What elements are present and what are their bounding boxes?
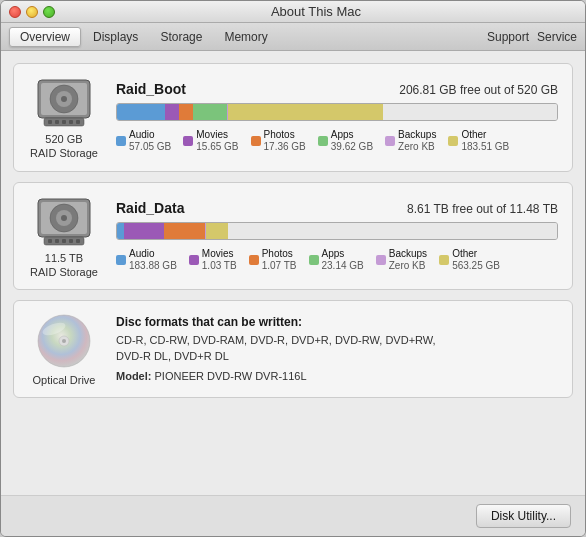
bar-apps-1 <box>193 104 226 120</box>
legend-backups-1: Backups Zero KB <box>385 129 436 153</box>
legend-apps-2: Apps 23.14 GB <box>309 248 364 272</box>
bar-photos-2 <box>164 223 205 239</box>
raid-boot-bar <box>116 103 558 121</box>
optical-drive-info: Disc formats that can be written: CD-R, … <box>116 311 558 382</box>
raid-boot-label: 520 GB RAID Storage <box>30 132 98 161</box>
bar-audio-1 <box>117 104 165 120</box>
legend-other-1: Other 183.51 GB <box>448 129 509 153</box>
close-button[interactable] <box>9 6 21 18</box>
legend-dot-apps-1 <box>318 136 328 146</box>
legend-dot-audio-2 <box>116 255 126 265</box>
disk-utility-button[interactable]: Disk Utility... <box>476 504 571 528</box>
raid-data-info: Raid_Data 8.61 TB free out of 11.48 TB <box>116 200 558 272</box>
tab-overview[interactable]: Overview <box>9 27 81 47</box>
raid-data-row: 11.5 TB RAID Storage Raid_Data 8.61 TB f… <box>13 182 573 291</box>
legend-movies-2: Movies 1.03 TB <box>189 248 237 272</box>
optical-drive-label: Optical Drive <box>33 373 96 387</box>
legend-movies-1: Movies 15.65 GB <box>183 129 238 153</box>
legend-dot-backups-1 <box>385 136 395 146</box>
svg-point-4 <box>61 96 67 102</box>
main-window: About This Mac Overview Displays Storage… <box>0 0 586 537</box>
legend-backups-2: Backups Zero KB <box>376 248 427 272</box>
bar-other-1 <box>228 104 383 120</box>
raid-boot-info: Raid_Boot 206.81 GB free out of 520 GB <box>116 81 558 153</box>
legend-dot-photos-2 <box>249 255 259 265</box>
legend-dot-movies-2 <box>189 255 199 265</box>
svg-rect-21 <box>76 239 80 243</box>
hard-drive-icon-1 <box>34 74 94 130</box>
optical-drive-row: Optical Drive Disc formats that can be w… <box>13 300 573 398</box>
optical-disc-formats-title: Disc formats that can be written: <box>116 315 558 329</box>
raid-data-bar <box>116 222 558 240</box>
raid-boot-name: Raid_Boot <box>116 81 186 97</box>
title-bar: About This Mac <box>1 1 585 23</box>
service-link[interactable]: Service <box>537 30 577 44</box>
legend-dot-apps-2 <box>309 255 319 265</box>
raid-data-icon-area: 11.5 TB RAID Storage <box>28 193 100 280</box>
raid-data-header: Raid_Data 8.61 TB free out of 11.48 TB <box>116 200 558 216</box>
svg-rect-9 <box>69 120 73 124</box>
raid-data-name: Raid_Data <box>116 200 184 216</box>
bar-movies-2 <box>124 223 164 239</box>
svg-point-15 <box>61 215 67 221</box>
minimize-button[interactable] <box>26 6 38 18</box>
optical-model-value: PIONEER DVD-RW DVR-116L <box>155 370 307 382</box>
bar-photos-1 <box>179 104 194 120</box>
raid-boot-icon-area: 520 GB RAID Storage <box>28 74 100 161</box>
optical-model-info: Model: PIONEER DVD-RW DVR-116L <box>116 370 558 382</box>
optical-drive-icon <box>34 311 94 371</box>
raid-boot-free: 206.81 GB free out of 520 GB <box>399 83 558 97</box>
nav-right-links: Support Service <box>487 30 577 44</box>
svg-rect-7 <box>55 120 59 124</box>
legend-dot-backups-2 <box>376 255 386 265</box>
legend-dot-movies-1 <box>183 136 193 146</box>
svg-rect-20 <box>69 239 73 243</box>
legend-other-2: Other 563.25 GB <box>439 248 500 272</box>
legend-photos-1: Photos 17.36 GB <box>251 129 306 153</box>
svg-point-24 <box>62 339 66 343</box>
legend-dot-other-1 <box>448 136 458 146</box>
raid-data-legend: Audio 183.88 GB Movies 1.03 TB <box>116 248 558 272</box>
svg-rect-6 <box>48 120 52 124</box>
window-title: About This Mac <box>55 4 577 19</box>
nav-bar: Overview Displays Storage Memory Support… <box>1 23 585 51</box>
optical-model-label: Model: <box>116 370 151 382</box>
legend-dot-audio-1 <box>116 136 126 146</box>
maximize-button[interactable] <box>43 6 55 18</box>
bottom-bar: Disk Utility... <box>1 495 585 536</box>
bar-movies-1 <box>165 104 178 120</box>
support-link[interactable]: Support <box>487 30 529 44</box>
legend-audio-1: Audio 57.05 GB <box>116 129 171 153</box>
svg-rect-18 <box>55 239 59 243</box>
tab-memory[interactable]: Memory <box>214 27 277 47</box>
traffic-lights <box>9 6 55 18</box>
tab-displays[interactable]: Displays <box>83 27 148 47</box>
optical-disc-formats-text: CD-R, CD-RW, DVD-RAM, DVD-R, DVD+R, DVD-… <box>116 333 558 364</box>
main-content: 520 GB RAID Storage Raid_Boot 206.81 GB … <box>1 51 585 495</box>
svg-rect-17 <box>48 239 52 243</box>
legend-apps-1: Apps 39.62 GB <box>318 129 373 153</box>
legend-audio-2: Audio 183.88 GB <box>116 248 177 272</box>
bar-audio-2 <box>117 223 124 239</box>
svg-rect-8 <box>62 120 66 124</box>
bar-free-2 <box>228 223 557 239</box>
raid-boot-header: Raid_Boot 206.81 GB free out of 520 GB <box>116 81 558 97</box>
bar-free-1 <box>383 104 557 120</box>
legend-dot-other-2 <box>439 255 449 265</box>
raid-data-label: 11.5 TB RAID Storage <box>30 251 98 280</box>
bar-other-2 <box>206 223 228 239</box>
hard-drive-icon-2 <box>34 193 94 249</box>
raid-boot-row: 520 GB RAID Storage Raid_Boot 206.81 GB … <box>13 63 573 172</box>
optical-drive-icon-area: Optical Drive <box>28 311 100 387</box>
svg-rect-19 <box>62 239 66 243</box>
tab-storage[interactable]: Storage <box>150 27 212 47</box>
legend-dot-photos-1 <box>251 136 261 146</box>
legend-photos-2: Photos 1.07 TB <box>249 248 297 272</box>
raid-boot-legend: Audio 57.05 GB Movies 15.65 GB <box>116 129 558 153</box>
svg-rect-10 <box>76 120 80 124</box>
raid-data-free: 8.61 TB free out of 11.48 TB <box>407 202 558 216</box>
